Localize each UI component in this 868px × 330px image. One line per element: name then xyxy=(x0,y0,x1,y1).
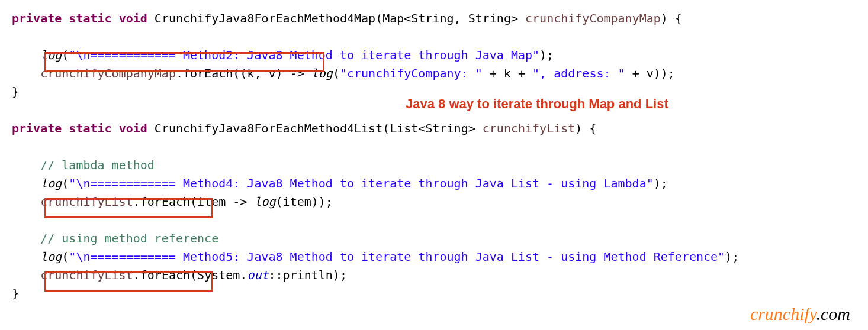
type-generic: Map<String, String> xyxy=(382,11,518,25)
log-call: log xyxy=(254,195,275,209)
keyword-static: static xyxy=(69,121,111,135)
watermark: crunchify.com xyxy=(750,304,850,324)
log-call: log xyxy=(40,176,62,190)
log-call: log xyxy=(40,48,62,62)
paren-open: ( xyxy=(62,48,69,62)
log-call: log xyxy=(311,66,333,80)
annotation-text: Java 8 way to iterate through Map and Li… xyxy=(406,96,668,112)
foreach-call: .forEach xyxy=(133,268,190,282)
method-ref: ::println); xyxy=(269,268,347,282)
paren-open: ( xyxy=(333,66,340,80)
paren-open: ( xyxy=(375,11,382,25)
param-name: crunchifyCompanyMap xyxy=(525,11,661,25)
watermark-brand: crunchify xyxy=(750,304,816,323)
paren-close: ) xyxy=(575,121,582,135)
brace-open: { xyxy=(582,121,596,135)
watermark-suffix: .com xyxy=(816,304,850,323)
string-literal: "\n============ Method4: Java8 Method to… xyxy=(69,176,653,190)
method-name: CrunchifyJava8ForEachMethod4List xyxy=(155,121,382,135)
paren-open: ( xyxy=(62,176,69,190)
string-literal: "crunchifyCompany: " xyxy=(340,66,483,80)
line-end: ); xyxy=(725,250,739,264)
brace-open: { xyxy=(668,11,682,25)
plus-expr: + k + xyxy=(483,66,532,80)
string-literal: ", address: " xyxy=(532,66,625,80)
brace-close: } xyxy=(12,85,19,99)
lambda-arrow: -> xyxy=(283,66,311,80)
keyword-private: private xyxy=(12,11,62,25)
keyword-void: void xyxy=(119,11,147,25)
list-var: crunchifyList xyxy=(40,195,133,209)
brace-close: } xyxy=(12,286,19,300)
string-literal: "\n============ Method2: Java8 Method to… xyxy=(69,48,539,62)
line-end: ); xyxy=(539,48,554,62)
comment: // lambda method xyxy=(40,158,155,172)
map-var: crunchifyCompanyMap xyxy=(40,66,176,80)
comment: // using method reference xyxy=(40,231,218,245)
foreach-call: .forEach xyxy=(133,195,190,209)
lambda-expr: (item -> xyxy=(190,195,254,209)
plus-expr: + v)); xyxy=(625,66,675,80)
log-call: log xyxy=(40,250,62,264)
keyword-static: static xyxy=(69,11,111,25)
method-name: CrunchifyJava8ForEachMethod4Map xyxy=(155,11,375,25)
line-end: ); xyxy=(654,176,668,190)
code-block: private static void CrunchifyJava8ForEac… xyxy=(0,0,868,303)
string-literal: "\n============ Method5: Java8 Method to… xyxy=(69,250,725,264)
keyword-void: void xyxy=(119,121,147,135)
out-field: out xyxy=(247,268,268,282)
param-name: crunchifyList xyxy=(483,121,576,135)
type-generic: List<String> xyxy=(390,121,475,135)
paren-open: ( xyxy=(62,250,69,264)
keyword-private: private xyxy=(12,121,62,135)
system-expr: (System. xyxy=(190,268,247,282)
paren-close: ) xyxy=(661,11,668,25)
foreach-call: .forEach((k, v) xyxy=(176,66,283,80)
lambda-tail: (item)); xyxy=(276,195,333,209)
list-var: crunchifyList xyxy=(40,268,133,282)
paren-open: ( xyxy=(382,121,390,135)
